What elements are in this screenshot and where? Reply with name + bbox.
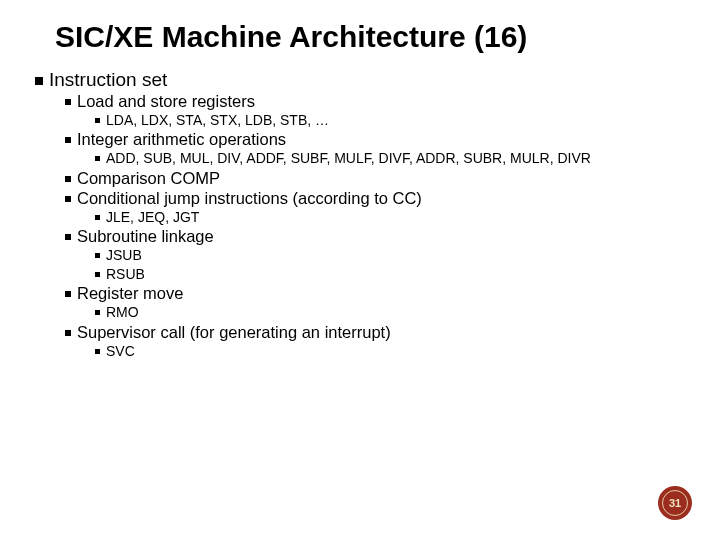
lvl3-item: RSUB xyxy=(95,266,690,284)
lvl2-label: Register move xyxy=(77,284,690,303)
square-bullet-icon xyxy=(65,137,71,143)
square-bullet-icon xyxy=(65,330,71,336)
lvl3-item: SVC xyxy=(95,343,690,361)
square-bullet-icon xyxy=(95,215,100,220)
lvl2-label: Subroutine linkage xyxy=(77,227,690,246)
lvl2-label: Conditional jump instructions (according… xyxy=(77,189,690,208)
lvl2-item: Integer arithmetic operations xyxy=(65,130,690,149)
lvl2-item: Conditional jump instructions (according… xyxy=(65,189,690,208)
lvl1-label: Instruction set xyxy=(49,69,690,91)
page-number-badge: 31 xyxy=(658,486,692,520)
lvl3-label: LDA, LDX, STA, STX, LDB, STB, … xyxy=(106,112,690,130)
square-bullet-icon xyxy=(35,77,43,85)
lvl3-item: ADD, SUB, MUL, DIV, ADDF, SUBF, MULF, DI… xyxy=(95,150,690,168)
lvl2-item: Load and store registers xyxy=(65,92,690,111)
page-title: SIC/XE Machine Architecture (16) xyxy=(55,20,690,55)
lvl3-item: LDA, LDX, STA, STX, LDB, STB, … xyxy=(95,112,690,130)
lvl1-item: Instruction set xyxy=(35,69,690,91)
lvl2-label: Integer arithmetic operations xyxy=(77,130,690,149)
lvl3-item: JLE, JEQ, JGT xyxy=(95,209,690,227)
lvl2-item: Register move xyxy=(65,284,690,303)
square-bullet-icon xyxy=(65,176,71,182)
square-bullet-icon xyxy=(95,253,100,258)
lvl2-item: Comparison COMP xyxy=(65,169,690,188)
square-bullet-icon xyxy=(65,234,71,240)
lvl3-label: SVC xyxy=(106,343,690,361)
lvl2-item: Supervisor call (for generating an inter… xyxy=(65,323,690,342)
square-bullet-icon xyxy=(65,291,71,297)
lvl3-label: RMO xyxy=(106,304,690,322)
lvl2-item: Subroutine linkage xyxy=(65,227,690,246)
lvl3-label: JLE, JEQ, JGT xyxy=(106,209,690,227)
lvl3-label: JSUB xyxy=(106,247,690,265)
square-bullet-icon xyxy=(65,196,71,202)
square-bullet-icon xyxy=(95,156,100,161)
lvl2-label: Load and store registers xyxy=(77,92,690,111)
lvl3-label: RSUB xyxy=(106,266,690,284)
square-bullet-icon xyxy=(95,349,100,354)
square-bullet-icon xyxy=(65,99,71,105)
page-number: 31 xyxy=(662,490,688,516)
lvl2-label: Supervisor call (for generating an inter… xyxy=(77,323,690,342)
lvl3-label: ADD, SUB, MUL, DIV, ADDF, SUBF, MULF, DI… xyxy=(106,150,690,168)
lvl3-item: RMO xyxy=(95,304,690,322)
square-bullet-icon xyxy=(95,118,100,123)
square-bullet-icon xyxy=(95,272,100,277)
lvl2-label: Comparison COMP xyxy=(77,169,690,188)
bullet-list: Load and store registersLDA, LDX, STA, S… xyxy=(35,92,690,361)
lvl3-item: JSUB xyxy=(95,247,690,265)
square-bullet-icon xyxy=(95,310,100,315)
